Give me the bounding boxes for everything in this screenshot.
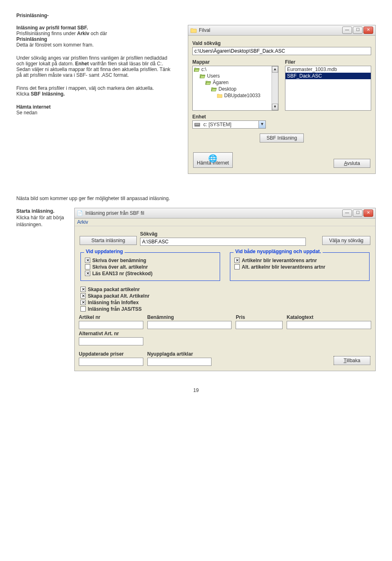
scrollbar[interactable]: ▲ ▼	[272, 66, 278, 110]
groupbox-uppdatering: Vid uppdatering ✕Skriva över benämning S…	[80, 252, 220, 281]
katalogtext-input[interactable]	[287, 321, 371, 329]
paragraph-4: Hämta internet Se nedan	[16, 104, 176, 116]
page-title: Prisinläsning-	[16, 12, 376, 19]
chk-las-ean13[interactable]: ✕Läs EAN13 nr (Streckkod)	[85, 271, 216, 276]
pris-input[interactable]	[236, 321, 283, 329]
paragraph-5: Starta inläsning. Klicka här för att bör…	[16, 208, 69, 228]
minimize-button[interactable]: —	[342, 209, 352, 217]
menu-arkiv[interactable]: Arkiv	[75, 218, 375, 226]
label-mappar: Mappar	[192, 59, 278, 65]
dropdown-value: c: [SYSTEM]	[202, 121, 258, 128]
sokvag2-input[interactable]	[140, 238, 306, 246]
disk-icon	[193, 121, 202, 128]
minimize-button[interactable]: —	[342, 27, 352, 34]
benamning-input[interactable]	[147, 321, 232, 329]
avsluta-button[interactable]: AAvslutavsluta	[334, 159, 370, 168]
page-number: 19	[16, 387, 376, 393]
paragraph-2: Under sökväg anges var prisfilen finns v…	[16, 55, 176, 78]
groupbox-title: Vid uppdatering	[84, 249, 125, 254]
artikelnr-input[interactable]	[79, 321, 143, 329]
window-title: Filval	[199, 27, 342, 33]
globe-icon: 🌐	[208, 154, 217, 163]
hamta-internet-button[interactable]: 🌐 Hämta internet	[193, 152, 233, 168]
label-vald-sokvag: Vald sökväg	[192, 40, 371, 46]
mid-paragraph: Nästa bild som kommer upp ger fler möjli…	[16, 195, 376, 202]
chk-skapa-packat-artikelnr[interactable]: ✕Skapa packat artikelnr	[80, 287, 370, 292]
upd-priser-input[interactable]	[79, 358, 143, 366]
tillbaka-button[interactable]: TillbakaTillbaka	[334, 356, 370, 365]
label-alt-artnr: Alternativt Art. nr	[79, 331, 143, 336]
starta-inlasning-button[interactable]: Starta inläsning	[80, 236, 137, 245]
label-filer: Filer	[285, 59, 371, 65]
label-sokvag: Sökväg	[140, 231, 306, 237]
alt-artnr-input[interactable]	[79, 337, 143, 345]
sbf-inlasning-button[interactable]: SBF Inläsning	[260, 134, 304, 142]
file-item[interactable]: Euromaster_1003.mdb	[285, 66, 371, 73]
scroll-down-icon[interactable]: ▼	[272, 104, 278, 110]
chk-skriva-benamning[interactable]: ✕Skriva över benämning	[85, 258, 216, 263]
paragraph-3: Finns det flera prisfiler i mappen, välj…	[16, 85, 176, 97]
label-benamning: Benämning	[147, 314, 232, 320]
chk-infoflex[interactable]: ✕Inläsning från Infoflex	[80, 300, 370, 305]
titlebar[interactable]: 📄 Inläsning priser från SBF fil — ☐ ✕	[75, 208, 375, 218]
files-listbox[interactable]: Euromaster_1003.mdbSBF_Dack.ASC	[285, 66, 371, 111]
file-item[interactable]: SBF_Dack.ASC	[285, 73, 371, 79]
ny-artiklar-input[interactable]	[147, 358, 212, 366]
folder-icon	[190, 27, 197, 33]
chk-artikelnr-lev[interactable]: ✕Artikelnr blir leverantörens artnr	[234, 258, 365, 263]
window-inlasning: 📄 Inläsning priser från SBF fil — ☐ ✕ Ar…	[74, 208, 376, 371]
chk-skapa-packat-alt[interactable]: ✕Skapa packat Alt. Artikelnr	[80, 293, 370, 299]
scroll-up-icon[interactable]: ▲	[272, 66, 278, 73]
window-filval: Filval — ☐ ✕ Vald sökväg Mappar c:\Users…	[188, 25, 376, 174]
label-enhet: Enhet	[192, 114, 278, 120]
app-icon: 📄	[77, 210, 83, 216]
label-upd-priser: Uppdaterade priser	[79, 351, 143, 357]
chk-jas-tss[interactable]: Inläsning från JAS/TSS	[80, 306, 370, 312]
folder-item[interactable]: Ägaren	[193, 79, 278, 86]
folders-listbox[interactable]: c:\UsersÄgarenDesktopDBUpdate10033 ▲ ▼	[192, 66, 278, 111]
chk-alt-artikelnr-lev[interactable]: Alt. artikelnr blir leverantörens artnr	[234, 264, 365, 270]
groupbox-title: Vid både nyuppläggning och uppdat.	[234, 249, 323, 254]
maximize-button[interactable]: ☐	[353, 209, 363, 217]
chevron-down-icon[interactable]: ▼	[258, 121, 265, 128]
groupbox-nyupplaggning: Vid både nyuppläggning och uppdat. ✕Arti…	[230, 252, 370, 281]
chk-skriva-alt-artikelnr[interactable]: Skriva över alt. artikelnr	[85, 264, 216, 270]
maximize-button[interactable]: ☐	[353, 27, 363, 34]
sokvag-input[interactable]	[192, 47, 371, 55]
folder-item[interactable]: Users	[193, 73, 278, 79]
valja-sokvag-button[interactable]: Välja ny sökväg	[322, 236, 370, 245]
close-button[interactable]: ✕	[363, 209, 373, 217]
label-katalogtext: Katalogtext	[287, 314, 371, 320]
titlebar[interactable]: Filval — ☐ ✕	[188, 25, 375, 36]
enhet-dropdown[interactable]: c: [SYSTEM] ▼	[192, 120, 266, 129]
folder-item[interactable]: Desktop	[193, 86, 278, 92]
window-title: Inläsning priser från SBF fil	[85, 210, 342, 216]
folder-item[interactable]: DBUpdate10033	[193, 92, 278, 99]
label-artikelnr: Artikel nr	[79, 314, 143, 320]
label-pris: Pris	[236, 314, 283, 320]
folder-item[interactable]: c:\	[193, 66, 278, 73]
paragraph-1: Inläsning av prisfil format SBF. Prisfil…	[16, 25, 176, 48]
close-button[interactable]: ✕	[363, 27, 373, 34]
label-ny-artiklar: Nyupplagda artiklar	[147, 351, 212, 357]
